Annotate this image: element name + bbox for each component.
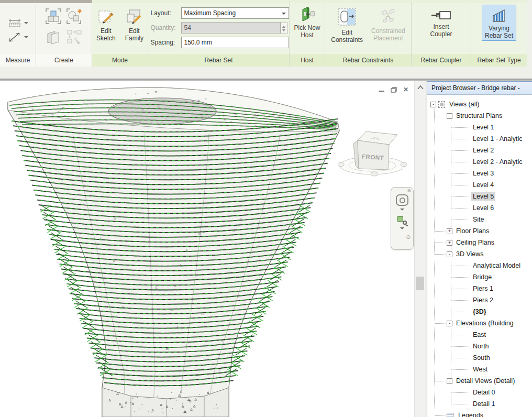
constrained-placement-button[interactable]: Constrained Placement <box>368 5 408 43</box>
navbar-close-icon[interactable]: ⊗ <box>407 189 411 193</box>
viewcube-ring-tick[interactable] <box>338 162 344 167</box>
tree-item-detail-1[interactable]: Detail 1 <box>427 398 532 410</box>
tree-item-label: Detail Views (Detail) <box>455 377 516 385</box>
tree-connector <box>435 116 446 116</box>
pick-new-host-button[interactable]: Pick New Host <box>291 3 323 40</box>
tree-item-piers-2[interactable]: Piers 2 <box>427 294 532 306</box>
tree-item-site[interactable]: Site <box>427 214 532 225</box>
tree-item-3d-views[interactable]: -3D Views <box>427 248 532 260</box>
varying-rebar-set-button[interactable]: Varying Rebar Set <box>482 5 516 41</box>
tree-item-label: West <box>471 365 489 374</box>
tree-item-level-5[interactable]: Level 5 <box>427 191 532 202</box>
viewcube-ring-tick[interactable] <box>371 172 378 176</box>
scrollbar-thumb[interactable] <box>416 277 424 290</box>
navbar-minimize-icon[interactable]: ⊖ <box>406 235 411 240</box>
tree-item-label: Floor Plans <box>455 227 491 235</box>
tree-item-level-4[interactable]: Level 4 <box>427 179 532 191</box>
navbar-divider <box>394 213 411 213</box>
tree-item-level-6[interactable]: Level 6 <box>427 202 532 214</box>
tree-item-legends[interactable]: Legends <box>427 410 532 417</box>
navbar-wheel-dropdown-arrow[interactable] <box>400 208 404 211</box>
navbar-zoom-dropdown-arrow[interactable] <box>400 227 404 229</box>
view-minimize-button[interactable] <box>378 86 385 93</box>
viewcube-ring-tick[interactable] <box>401 162 407 167</box>
panel-label-rebar-constraints: Rebar Constraints <box>325 54 411 67</box>
tree-item-detail-views-detail[interactable]: -Detail Views (Detail) <box>427 375 532 387</box>
tree-item-views-all[interactable]: -Views (all) <box>427 98 532 110</box>
tree-connector <box>451 220 470 220</box>
measure-tool-button[interactable] <box>8 18 28 28</box>
scrollbar-up-arrow[interactable] <box>416 84 425 91</box>
layout-dropdown-arrow[interactable] <box>282 13 286 15</box>
insert-coupler-button[interactable]: Insert Coupler <box>427 6 455 39</box>
tree-item-west[interactable]: West <box>427 364 532 375</box>
viewport-vertical-scrollbar[interactable] <box>414 81 425 417</box>
tree-item-label: Level 5 <box>471 192 495 201</box>
tree-expander[interactable]: - <box>447 378 452 384</box>
quantity-spinner[interactable] <box>281 23 287 34</box>
steering-wheel-icon[interactable] <box>396 194 408 206</box>
tree-expander[interactable]: - <box>430 102 436 107</box>
spacing-field[interactable]: 150.0 mm <box>181 37 289 48</box>
tree-item-3d[interactable]: {3D} <box>427 306 532 317</box>
edit-family-label: Edit <box>129 27 140 35</box>
ribbon: Measure <box>0 0 532 79</box>
tree-connector <box>435 254 446 255</box>
tree-item-east[interactable]: East <box>427 329 532 341</box>
panel-rebar-coupler: Insert Coupler Rebar Coupler <box>412 0 471 67</box>
create-group-icon[interactable] <box>65 7 83 25</box>
tree-item-level-1[interactable]: Level 1 <box>427 122 532 133</box>
edit-constraints-button[interactable]: Edit Constraints <box>328 5 366 45</box>
tree-item-label: Ceiling Plans <box>455 238 496 247</box>
measure-diagonal-button[interactable] <box>8 31 28 43</box>
constrained-placement-label: Constrained <box>371 27 405 35</box>
tree-item-structural-plans[interactable]: -Structural Plans <box>427 110 532 122</box>
tree-expander[interactable]: + <box>447 228 452 234</box>
project-browser-panel: Project Browser - Bridge rebar - -Views … <box>427 81 532 417</box>
tree-item-label: South <box>471 354 492 362</box>
create-parts-icon[interactable] <box>45 28 62 46</box>
panel-rebar-constraints: Edit Constraints Constrained Placement R… <box>325 0 412 67</box>
tree-connector <box>451 312 470 312</box>
tree-item-north[interactable]: North <box>427 341 532 352</box>
3d-viewport[interactable]: TOP FRONT ⊗ ⊖ ✕ <box>0 81 425 417</box>
tree-item-label: Level 2 - Analytic <box>471 158 524 166</box>
tree-connector <box>435 231 446 232</box>
tree-item-level-3[interactable]: Level 3 <box>427 168 532 179</box>
workspace: TOP FRONT ⊗ ⊖ ✕ <box>0 79 532 417</box>
tree-item-elevations-building[interactable]: -Elevations (Building <box>427 317 532 329</box>
tree-item-level-1-analytic[interactable]: Level 1 - Analytic <box>427 133 532 145</box>
tree-item-ceiling-plans[interactable]: +Ceiling Plans <box>427 237 532 248</box>
tree-item-label: Views (all) <box>448 100 481 108</box>
tree-connector <box>451 139 470 139</box>
viewcube[interactable]: TOP FRONT <box>338 126 411 178</box>
tree-item-label: Level 6 <box>471 204 495 212</box>
view-close-button[interactable]: ✕ <box>402 86 409 93</box>
tree-item-level-2[interactable]: Level 2 <box>427 145 532 156</box>
layout-dropdown[interactable]: Maximum Spacing <box>181 7 289 19</box>
tree-expander[interactable]: - <box>447 251 452 257</box>
measure-diagonal-dropdown-arrow[interactable] <box>24 36 28 38</box>
project-browser-title[interactable]: Project Browser - Bridge rebar - <box>427 81 532 95</box>
tree-expander[interactable]: + <box>447 240 452 246</box>
measure-dropdown-arrow[interactable] <box>24 22 28 24</box>
view-restore-button[interactable] <box>390 86 397 93</box>
tree-expander[interactable]: - <box>447 113 452 119</box>
edit-family-button[interactable]: Edit Family <box>122 5 147 43</box>
tree-expander[interactable]: - <box>447 321 452 326</box>
zoom-region-icon[interactable] <box>397 216 407 225</box>
tree-item-piers-1[interactable]: Piers 1 <box>427 283 532 294</box>
tree-item-south[interactable]: South <box>427 352 532 364</box>
tree-item-bridge[interactable]: Bridge <box>427 271 532 283</box>
tree-connector <box>451 196 470 197</box>
tree-item-level-2-analytic[interactable]: Level 2 - Analytic <box>427 156 532 168</box>
edit-sketch-button[interactable]: Edit Sketch <box>93 5 119 43</box>
create-similar-icon[interactable] <box>65 28 83 46</box>
panel-label-rebar-set: Rebar Set <box>148 54 289 67</box>
quantity-value: 54 <box>184 24 191 31</box>
quantity-field[interactable]: 54 <box>181 22 281 34</box>
create-assembly-icon[interactable] <box>45 7 62 25</box>
tree-item-analytical-model[interactable]: Analytical Model <box>427 260 532 271</box>
tree-item-detail-0[interactable]: Detail 0 <box>427 387 532 398</box>
tree-item-floor-plans[interactable]: +Floor Plans <box>427 225 532 237</box>
